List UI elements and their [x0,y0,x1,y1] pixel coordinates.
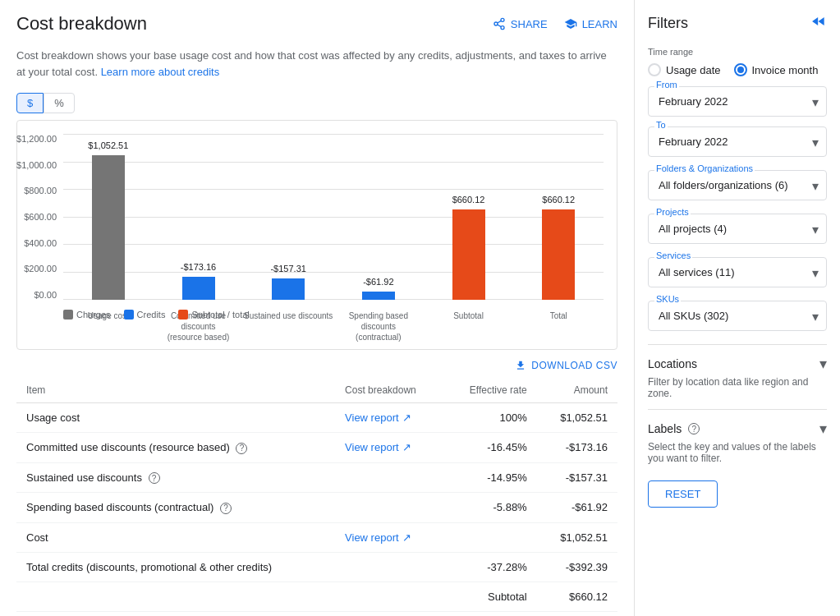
svg-point-2 [501,26,504,30]
download-icon [515,360,526,371]
folders-label: Folders & Organizations [654,163,755,173]
labels-header[interactable]: Labels ? ▾ [648,420,827,438]
amt-committed: -$173.16 [537,433,617,463]
bar-sustained-use: -$157.31 [243,278,333,300]
cb-committed: View report ↗ [335,433,444,463]
view-report-usage[interactable]: View report ↗ [345,411,411,424]
item-sustained: Sustained use discounts ? [16,462,335,493]
help-icon-committed[interactable]: ? [236,443,247,454]
bar-value-sustained: -$157.31 [270,264,305,274]
chart-legend: Charges Credits Subtotal / total [63,310,250,319]
svg-line-3 [498,25,502,27]
table-subtotal-row: Subtotal $660.12 [16,582,617,611]
services-label: Services [654,251,692,260]
to-select[interactable]: February 2022 [648,126,827,157]
legend-credits-label: Credits [137,310,166,319]
table-row: Spending based discounts (contractual) ?… [16,493,617,523]
item-committed: Committed use discounts (resource based)… [16,433,335,463]
collapse-filters-button[interactable] [810,13,827,34]
reset-button[interactable]: RESET [648,480,718,508]
radio-group-time: Usage date Invoice month [648,63,827,76]
total-label: Total [444,611,537,616]
services-select[interactable]: All services (11) [648,257,827,287]
download-csv-button[interactable]: DOWNLOAD CSV [515,360,617,371]
projects-select[interactable]: All projects (4) [648,214,827,244]
filters-sidebar: Filters Time range Usage date Invoice mo… [635,0,840,616]
table-row: Cost View report ↗ $1,052.51 [16,522,617,552]
folders-select[interactable]: All folders/organizations (6) [648,170,827,200]
labels-help-icon[interactable]: ? [688,423,700,434]
locations-chevron-icon: ▾ [819,355,827,373]
table-total-row: Total $660.12 [16,611,617,616]
subtotal-label: Subtotal [444,582,537,611]
chart-y-axis: $1,200.00 $1,000.00 $800.00 $600.00 $400… [17,134,63,300]
percent-tab[interactable]: % [44,93,75,113]
to-select-wrapper: To February 2022 ▾ [648,126,827,157]
er-usage-cost: 100% [444,403,537,433]
legend-charges-dot [63,310,73,319]
radio-circle-usage [648,63,661,76]
locations-header[interactable]: Locations ▾ [648,355,827,373]
chart-container: $1,200.00 $1,000.00 $800.00 $600.00 $400… [16,120,617,350]
from-select-wrapper: From February 2022 ▾ [648,86,827,117]
cb-cost: View report ↗ [335,522,444,552]
er-sustained: -14.95% [444,462,537,493]
col-cost-breakdown: Cost breakdown [335,378,444,403]
header-actions: SHARE LEARN [493,17,617,30]
skus-section: SKUs All SKUs (302) ▾ [648,301,827,331]
legend-subtotal-total: Subtotal / total [178,310,249,319]
cb-spending [335,493,444,523]
time-range-section: Time range Usage date Invoice month From… [648,47,827,157]
from-label: From [654,80,679,90]
view-report-committed[interactable]: View report ↗ [345,441,411,453]
item-spending: Spending based discounts (contractual) ? [16,493,335,523]
er-committed: -16.45% [444,433,537,463]
total-empty-1 [16,611,335,616]
col-item: Item [16,378,335,403]
data-table: Item Cost breakdown Effective rate Amoun… [16,378,617,616]
folders-section: Folders & Organizations All folders/orga… [648,170,827,200]
x-label-sustained: Sustained use discounts [243,310,333,342]
projects-section: Projects All projects (4) ▾ [648,214,827,244]
external-link-icon: ↗ [402,441,411,453]
legend-credits: Credits [124,310,166,319]
view-report-cost[interactable]: View report ↗ [345,531,411,544]
projects-select-wrapper: Projects All projects (4) ▾ [648,214,827,244]
projects-label: Projects [654,207,691,217]
item-cost: Cost [16,522,335,552]
col-effective-rate: Effective rate [444,378,537,403]
share-icon [493,17,506,30]
radio-invoice-month[interactable]: Invoice month [734,63,819,76]
er-total-credits: -37.28% [444,552,537,582]
radio-circle-invoice [734,63,747,76]
table-row: Committed use discounts (resource based)… [16,433,617,463]
learn-button[interactable]: LEARN [564,17,617,30]
page-header: Cost breakdown SHARE LEARN [16,13,617,34]
learn-more-link[interactable]: Learn more about credits [101,66,220,78]
skus-select[interactable]: All SKUs (302) [648,301,827,331]
download-row: DOWNLOAD CSV [16,360,617,371]
description: Cost breakdown shows your base usage cos… [16,48,617,80]
labels-desc: Select the key and values of the labels … [648,441,827,464]
table-row: Sustained use discounts ? -14.95% -$157.… [16,462,617,493]
radio-usage-date[interactable]: Usage date [648,63,721,76]
dollar-tab[interactable]: $ [16,93,44,113]
bar-value-subtotal: $660.12 [452,195,485,205]
help-icon-sustained[interactable]: ? [149,472,160,484]
share-button[interactable]: SHARE [493,17,548,30]
locations-title: Locations [648,357,697,370]
table-row: Total credits (discounts, promotional & … [16,552,617,582]
total-amount: $660.12 [537,611,617,616]
table-row: Usage cost View report ↗ 100% $1,052.51 [16,403,617,433]
x-label-spending: Spending based discounts(contractual) [333,310,424,342]
bar-value-spending: -$61.92 [363,277,393,287]
legend-subtotal-label: Subtotal / total [191,310,249,319]
amt-sustained: -$157.31 [537,462,617,493]
help-icon-spending[interactable]: ? [220,503,232,514]
from-select[interactable]: February 2022 [648,86,827,117]
locations-section: Locations ▾ Filter by location data like… [648,344,827,399]
services-section: Services All services (11) ▾ [648,257,827,287]
item-total-credits: Total credits (discounts, promotional & … [16,552,335,582]
legend-subtotal-dot [178,310,188,319]
chart-bars: $1,052.51 -$173.16 -$157.31 -$61.92 [63,134,604,300]
